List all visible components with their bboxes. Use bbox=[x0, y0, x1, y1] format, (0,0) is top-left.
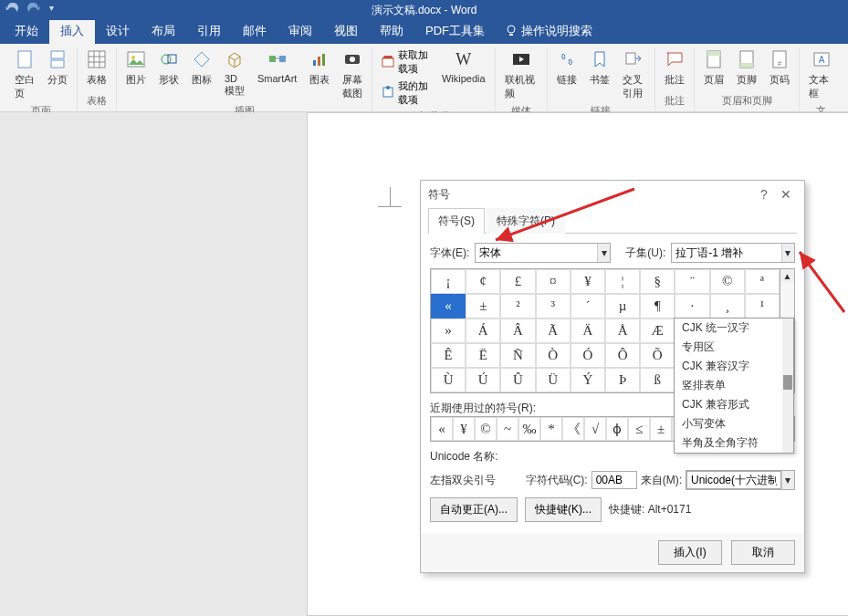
btn-blank-page[interactable]: 空白页 bbox=[11, 47, 38, 102]
recent-char[interactable]: ± bbox=[650, 417, 672, 441]
char-cell[interactable]: ¹ bbox=[745, 294, 780, 318]
btn-icons[interactable]: 图标 bbox=[188, 47, 215, 89]
from-combo[interactable]: ▾ bbox=[686, 470, 795, 490]
char-cell[interactable]: Æ bbox=[640, 318, 675, 343]
btn-comment[interactable]: 批注 bbox=[661, 47, 688, 89]
dialog-titlebar[interactable]: 符号 ? ✕ bbox=[421, 181, 804, 208]
char-cell[interactable]: Ú bbox=[466, 368, 500, 392]
cancel-button[interactable]: 取消 bbox=[731, 540, 795, 565]
qat-more-icon[interactable]: ▾ bbox=[49, 3, 54, 18]
recent-char[interactable]: « bbox=[431, 417, 453, 441]
btn-video[interactable]: 联机视频 bbox=[501, 47, 541, 102]
char-cell[interactable]: ¸ bbox=[710, 294, 745, 318]
tab-layout[interactable]: 布局 bbox=[141, 18, 186, 44]
subset-option[interactable]: 专用区 bbox=[675, 338, 793, 357]
btn-picture[interactable]: 图片 bbox=[122, 47, 150, 89]
close-button[interactable]: ✕ bbox=[775, 187, 797, 202]
btn-textbox[interactable]: A文本框 bbox=[805, 47, 837, 102]
tell-me[interactable]: 操作说明搜索 bbox=[496, 18, 602, 44]
insert-button[interactable]: 插入(I) bbox=[658, 540, 722, 565]
recent-char[interactable]: √ bbox=[584, 417, 606, 441]
char-cell[interactable]: ¨ bbox=[675, 269, 709, 294]
btn-wikipedia[interactable]: WWikipedia bbox=[438, 47, 489, 86]
char-cell[interactable]: Â bbox=[500, 318, 535, 343]
btn-pagenum[interactable]: #页码 bbox=[766, 47, 793, 89]
btn-chart[interactable]: 图表 bbox=[306, 47, 333, 89]
subset-option[interactable]: 竖排表单 bbox=[675, 376, 793, 395]
char-cell[interactable]: Å bbox=[605, 318, 640, 343]
chevron-down-icon[interactable]: ▾ bbox=[781, 471, 794, 489]
subset-option[interactable]: CJK 统一汉字 bbox=[675, 318, 793, 338]
char-cell[interactable]: Ý bbox=[571, 368, 605, 392]
btn-smartart[interactable]: SmartArt bbox=[254, 47, 300, 86]
recent-char[interactable]: 《 bbox=[562, 417, 584, 441]
tab-pdftools[interactable]: PDF工具集 bbox=[414, 18, 496, 44]
char-cell[interactable]: Ó bbox=[571, 343, 605, 368]
char-cell[interactable]: Ã bbox=[536, 318, 571, 343]
subset-option[interactable]: 小写变体 bbox=[675, 414, 793, 433]
char-cell[interactable]: © bbox=[710, 269, 745, 294]
btn-bookmark[interactable]: 书签 bbox=[586, 47, 613, 89]
btn-3d-model[interactable]: 3D 模型 bbox=[221, 47, 248, 99]
char-cell[interactable]: µ bbox=[605, 294, 640, 318]
recent-char[interactable]: ϕ bbox=[606, 417, 628, 441]
charcode-input[interactable] bbox=[592, 471, 637, 489]
char-cell[interactable]: Ù bbox=[431, 368, 466, 392]
subset-combo[interactable]: ▾ CJK 统一汉字 专用区 CJK 兼容汉字 竖排表单 CJK 兼容形式 小写… bbox=[671, 243, 795, 263]
btn-footer[interactable]: 页脚 bbox=[733, 47, 760, 89]
from-input[interactable] bbox=[686, 471, 781, 489]
subset-option[interactable]: CJK 兼容形式 bbox=[675, 395, 793, 414]
scroll-up-icon[interactable]: ▲ bbox=[780, 269, 794, 282]
font-combo[interactable]: ▾ bbox=[475, 243, 611, 263]
char-cell[interactable]: ± bbox=[466, 294, 500, 318]
font-input[interactable] bbox=[476, 244, 597, 262]
char-cell[interactable]: · bbox=[675, 294, 709, 318]
char-cell[interactable]: Õ bbox=[640, 343, 675, 368]
btn-page-break[interactable]: 分页 bbox=[44, 47, 71, 89]
btn-crossref[interactable]: 交叉引用 bbox=[619, 47, 649, 102]
char-cell[interactable]: ² bbox=[500, 294, 535, 318]
char-cell[interactable]: ¶ bbox=[640, 294, 675, 318]
char-cell[interactable]: ¡ bbox=[431, 269, 466, 294]
char-cell[interactable]: § bbox=[640, 269, 675, 294]
recent-char[interactable]: * bbox=[540, 417, 562, 441]
subset-option[interactable]: 半角及全角字符 bbox=[675, 433, 793, 453]
btn-screenshot[interactable]: 屏幕截图 bbox=[339, 47, 366, 102]
char-cell[interactable]: « bbox=[431, 294, 466, 318]
autocorrect-button[interactable]: 自动更正(A)... bbox=[430, 497, 518, 522]
char-cell[interactable]: Ä bbox=[571, 318, 605, 343]
tab-insert[interactable]: 插入 bbox=[49, 18, 95, 44]
recent-char[interactable]: ≤ bbox=[628, 417, 650, 441]
char-cell[interactable]: Þ bbox=[605, 368, 640, 392]
tab-references[interactable]: 引用 bbox=[186, 18, 232, 44]
char-cell[interactable]: ¢ bbox=[466, 269, 500, 294]
tab-mailings[interactable]: 邮件 bbox=[232, 18, 277, 44]
char-cell[interactable]: Ê bbox=[431, 343, 466, 368]
char-cell[interactable]: Á bbox=[466, 318, 500, 343]
tab-symbols[interactable]: 符号(S) bbox=[428, 208, 485, 234]
btn-header[interactable]: 页眉 bbox=[700, 47, 728, 89]
tab-special-chars[interactable]: 特殊字符(P) bbox=[487, 208, 565, 234]
char-cell[interactable]: Ë bbox=[466, 343, 500, 368]
dropdown-scrollbar[interactable] bbox=[782, 318, 793, 453]
recent-char[interactable]: ‰ bbox=[518, 417, 540, 441]
undo-icon[interactable] bbox=[5, 3, 18, 18]
char-cell[interactable]: Ü bbox=[536, 368, 571, 392]
help-button[interactable]: ? bbox=[753, 187, 775, 202]
char-cell[interactable]: ß bbox=[640, 368, 675, 392]
char-cell[interactable]: ª bbox=[745, 269, 780, 294]
char-cell[interactable]: ¥ bbox=[571, 269, 605, 294]
redo-icon[interactable] bbox=[27, 3, 40, 18]
chevron-down-icon[interactable]: ▾ bbox=[781, 244, 794, 262]
tab-help[interactable]: 帮助 bbox=[369, 18, 414, 44]
char-cell[interactable]: £ bbox=[500, 269, 535, 294]
scroll-thumb[interactable] bbox=[783, 375, 792, 390]
char-cell[interactable]: Ñ bbox=[500, 343, 535, 368]
btn-link[interactable]: 链接 bbox=[553, 47, 581, 89]
btn-shapes[interactable]: 形状 bbox=[155, 47, 183, 89]
tab-view[interactable]: 视图 bbox=[323, 18, 369, 44]
shortcut-button[interactable]: 快捷键(K)... bbox=[525, 497, 602, 522]
tab-home[interactable]: 开始 bbox=[4, 18, 49, 44]
tab-review[interactable]: 审阅 bbox=[277, 18, 323, 44]
char-cell[interactable]: Ô bbox=[605, 343, 640, 368]
